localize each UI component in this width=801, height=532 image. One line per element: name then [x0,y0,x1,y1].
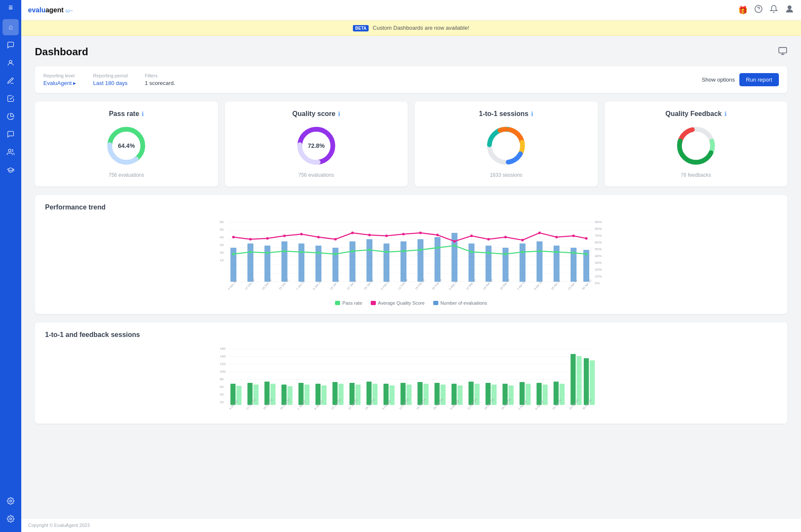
main-wrapper: evaluagent ω~ 🎁 BETA Custom Dashboards a… [21,0,801,532]
svg-text:70%: 70% [595,234,602,238]
donut-feedback [675,125,717,167]
svg-rect-56 [349,241,355,282]
svg-point-109 [504,236,507,238]
sidebar-item-settings2[interactable] [3,493,19,509]
reporting-level-label: Reporting level [43,73,76,78]
svg-text:20: 20 [220,400,224,404]
reporting-period-label: Reporting period [93,73,128,78]
svg-text:100: 100 [220,370,226,374]
donut-sessions [485,125,527,167]
legend-label-avg-quality: Average Quality Score [378,300,425,306]
kpi-sub-quality-score: 756 evaluations [233,172,400,178]
svg-point-113 [572,235,575,237]
footer: Copyright © EvaluAgent 2023 [21,518,801,532]
svg-text:80%: 80% [595,227,602,231]
svg-text:90%: 90% [595,220,602,224]
footer-text: Copyright © EvaluAgent 2023 [28,523,90,528]
sidebar-item-team[interactable] [3,144,19,160]
svg-rect-58 [383,243,389,282]
kpi-card-quality-score: Quality score ℹ 72.8% 756 evaluations [225,102,408,187]
kpi-sub-sessions: 1833 sessions [423,172,589,178]
kpi-card-sessions: 1-to-1 sessions ℹ [415,102,598,187]
info-icon-quality-score[interactable]: ℹ [338,110,340,117]
reporting-period-value[interactable]: Last 180 days [93,80,128,86]
kpi-value-quality-score: 72.8% [308,142,325,149]
info-icon-feedback[interactable]: ℹ [724,110,727,117]
top-header: evaluagent ω~ 🎁 [21,0,801,20]
sidebar-item-learning[interactable] [3,162,19,178]
sidebar-item-agents[interactable] [3,55,19,71]
svg-point-0 [9,60,12,63]
sidebar-item-settings[interactable] [3,511,19,527]
kpi-title-quality-score: Quality score [293,110,335,118]
donut-pass-rate: 64.4% [105,125,148,167]
kpi-title-pass-rate: Pass rate [109,110,139,118]
svg-rect-174 [584,358,589,405]
sidebar-item-home[interactable]: ⌂ [3,19,19,35]
svg-rect-60 [418,239,423,282]
gift-icon[interactable]: 🎁 [738,6,747,15]
info-icon-sessions[interactable]: ℹ [531,110,533,117]
logo-tagline: ω~ [65,7,73,14]
sidebar-item-evaluate[interactable] [3,73,19,89]
kpi-header-sessions: 1-to-1 sessions ℹ [423,110,589,118]
kpi-sub-feedback: 76 feedbacks [613,172,779,178]
svg-rect-63 [469,243,474,282]
svg-point-78 [351,250,354,252]
svg-point-91 [572,252,575,254]
svg-text:40%: 40% [595,254,602,258]
svg-point-102 [385,235,388,237]
kpi-header-pass-rate: Pass rate ℹ [43,110,210,118]
svg-point-73 [266,252,269,254]
svg-point-71 [232,253,235,255]
beta-banner: BETA Custom Dashboards are now available… [21,20,801,36]
kpi-grid: Pass rate ℹ 64.4% 756 evaluations [35,102,787,187]
bell-icon[interactable] [770,5,778,15]
show-options-button[interactable]: Show options [702,76,735,83]
sessions-chart-title: 1-to-1 and feedback sessions [45,331,777,339]
svg-point-112 [555,236,558,238]
sidebar: ☰ ⌂ [0,0,21,532]
legend-label-num-evals: Number of evaluations [440,300,487,306]
performance-trend-legend: Pass rate Average Quality Score Number o… [45,300,777,306]
sidebar-item-conversations[interactable] [3,37,19,53]
svg-text:120: 120 [220,362,226,366]
run-report-button[interactable]: Run report [739,73,779,86]
info-icon-pass-rate[interactable]: ℹ [142,110,144,117]
help-icon[interactable] [754,5,763,15]
app-logo: evaluagent ω~ [28,6,73,14]
svg-text:0%: 0% [595,281,600,285]
svg-rect-7 [779,48,787,53]
sidebar-item-tasks[interactable] [3,91,19,107]
kpi-sub-pass-rate: 756 evaluations [43,172,210,178]
kpi-value-pass-rate: 64.4% [118,142,135,149]
sidebar-item-reports[interactable] [3,108,19,125]
user-icon[interactable] [785,4,794,16]
svg-point-95 [266,237,269,240]
svg-rect-64 [486,246,491,282]
svg-text:40: 40 [220,393,224,396]
legend-pass-rate: Pass rate [335,300,362,306]
svg-point-3 [10,518,12,520]
reporting-level-field: Reporting level EvaluAgent ▸ [43,73,76,86]
page-header: Dashboard [35,46,787,58]
svg-point-77 [334,253,337,255]
svg-point-107 [470,235,473,237]
sidebar-item-feedback[interactable] [3,126,19,142]
reporting-level-value[interactable]: EvaluAgent ▸ [43,80,76,86]
monitor-icon[interactable] [778,46,787,57]
svg-point-87 [504,253,507,255]
svg-rect-196 [590,360,595,405]
svg-point-89 [538,250,541,252]
filters-field: Filters 1 scorecard. [145,73,175,86]
svg-point-100 [351,232,354,234]
svg-text:30%: 30% [595,261,602,265]
svg-rect-51 [264,246,270,282]
svg-text:160: 160 [220,347,226,351]
performance-trend-section: Performance trend 60 50 40 30 20 10 90% … [35,195,787,314]
kpi-header-feedback: Quality Feedback ℹ [613,110,779,118]
svg-text:60%: 60% [595,241,602,244]
page-title: Dashboard [35,46,88,58]
filters-label: Filters [145,73,175,78]
svg-point-81 [402,250,405,252]
